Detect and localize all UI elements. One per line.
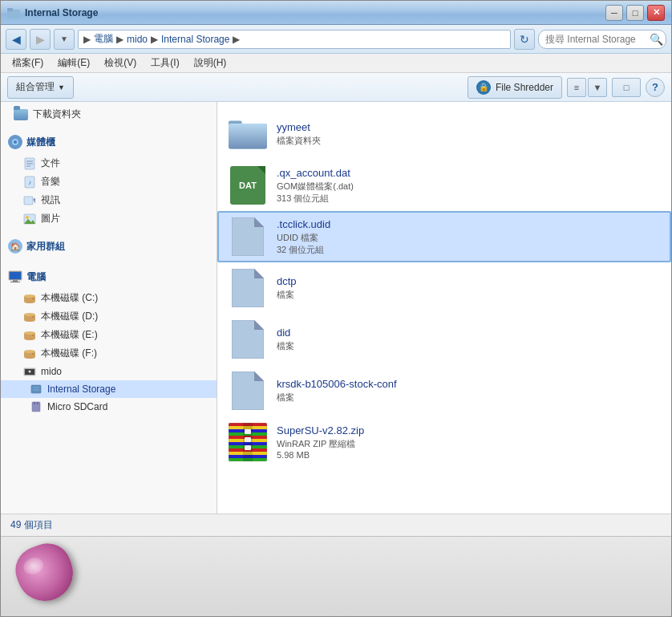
tcclick-icon xyxy=(229,217,267,256)
maximize-button[interactable]: □ xyxy=(626,5,644,21)
sidebar-item-documents[interactable]: 文件 xyxy=(1,154,217,173)
organize-label: 組合管理 xyxy=(16,80,55,94)
homegroup-icon: 🏠 xyxy=(7,238,23,254)
toolbar: 組合管理 ▼ 🔒 File Shredder ≡ ▼ □ ? xyxy=(1,73,671,102)
dctp-icon xyxy=(229,269,267,307)
mouse-highlight xyxy=(22,554,46,576)
svg-rect-19 xyxy=(10,272,21,279)
svg-point-29 xyxy=(32,316,34,318)
file-item-did[interactable]: did 檔案 xyxy=(217,314,671,365)
status-bar: 49 個項目 xyxy=(1,513,671,536)
help-button[interactable]: ? xyxy=(646,78,665,97)
sidebar-computer-header[interactable]: 電腦 xyxy=(1,265,217,289)
svg-marker-12 xyxy=(33,198,35,203)
menu-help[interactable]: 說明(H) xyxy=(188,55,233,71)
file-item-tcclick[interactable]: .tcclick.udid UDID 檔案 32 個位元組 xyxy=(217,211,671,262)
file-item-qx-account[interactable]: DAT .qx_account.dat GOM媒體檔案(.dat) 313 個位… xyxy=(217,160,671,211)
search-input[interactable] xyxy=(538,30,666,49)
supersu-icon xyxy=(229,423,267,461)
drive-e-icon xyxy=(23,331,36,340)
sidebar-item-video[interactable]: 視訊 xyxy=(1,191,217,209)
krsdk-name: krsdk-b105006-stock-conf xyxy=(277,378,660,390)
file-item-yymeet[interactable]: yymeet 檔案資料夾 xyxy=(217,108,671,160)
file-item-supersu[interactable]: SuperSU-v2.82.zip WinRAR ZIP 壓縮檔 5.98 MB xyxy=(217,416,671,468)
path-mido[interactable]: mido xyxy=(127,34,148,45)
refresh-button[interactable]: ↻ xyxy=(514,29,535,50)
bottom-area xyxy=(1,536,671,616)
file-item-krsdk[interactable]: krsdk-b105006-stock-conf 檔案 xyxy=(217,365,671,416)
svg-rect-46 xyxy=(37,402,38,404)
menu-file[interactable]: 檔案(F) xyxy=(6,55,50,71)
path-arrow3: ▶ xyxy=(233,34,240,45)
title-bar: Internal Storage ─ □ ✕ xyxy=(1,1,671,25)
file-shredder-button[interactable]: 🔒 File Shredder xyxy=(468,76,562,99)
minimize-button[interactable]: ─ xyxy=(605,5,623,21)
tcclick-name: .tcclick.udid xyxy=(277,218,660,230)
file-shredder-label: File Shredder xyxy=(496,82,553,93)
sidebar-item-internal-storage[interactable]: Internal Storage xyxy=(1,380,217,398)
forward-button[interactable]: ▶ xyxy=(30,29,51,50)
menu-edit[interactable]: 編輯(E) xyxy=(51,55,96,71)
sidebar-item-micro-sdcard-label: Micro SDCard xyxy=(47,401,107,412)
title-bar-left: Internal Storage xyxy=(7,6,98,19)
sidebar-item-drive-d[interactable]: 本機磁碟 (D:) xyxy=(1,307,217,326)
sidebar-media-header[interactable]: 媒體櫃 xyxy=(1,130,217,154)
mouse-logo xyxy=(17,545,89,609)
music-icon: ♪ xyxy=(23,176,36,189)
svg-rect-65 xyxy=(245,437,251,442)
file-item-dctp[interactable]: dctp 檔案 xyxy=(217,262,671,314)
mouse-body-shape xyxy=(9,537,81,609)
svg-point-14 xyxy=(26,216,29,219)
sidebar-item-drive-c[interactable]: 本機磁碟 (C:) xyxy=(1,289,217,307)
path-computer[interactable]: 電腦 xyxy=(94,32,113,46)
sidebar-item-drive-e[interactable]: 本機磁碟 (E:) xyxy=(1,326,217,344)
sidebar-section-quick: 下載資料夾 xyxy=(1,102,217,127)
file-list-wrapper: yymeet 檔案資料夾 DAT .qx_account.dat GOM媒體檔案… xyxy=(217,102,671,513)
did-svg xyxy=(232,320,264,359)
sidebar-item-music[interactable]: ♪ 音樂 xyxy=(1,173,217,191)
krsdk-info: krsdk-b105006-stock-conf 檔案 xyxy=(277,378,660,404)
close-button[interactable]: ✕ xyxy=(647,5,665,21)
tcclick-size: 32 個位元組 xyxy=(277,244,660,256)
sidebar-item-drive-e-label: 本機磁碟 (E:) xyxy=(41,328,98,342)
back-button[interactable]: ◀ xyxy=(6,29,26,50)
tcclick-info: .tcclick.udid UDID 檔案 32 個位元組 xyxy=(277,218,660,256)
search-icon[interactable]: 🔍 xyxy=(650,33,663,46)
sidebar-homegroup-label: 家用群組 xyxy=(26,240,65,254)
drive-f-icon xyxy=(23,349,36,359)
dctp-svg xyxy=(232,269,264,307)
path-arrow2: ▶ xyxy=(151,34,158,45)
svg-rect-1 xyxy=(7,8,13,11)
sidebar-homegroup-header[interactable]: 🏠 家用群組 xyxy=(1,234,217,258)
main-window: Internal Storage ─ □ ✕ ◀ ▶ ▼ ▶ 電腦 ▶ mido… xyxy=(0,0,672,617)
details-pane-button[interactable]: □ xyxy=(612,78,641,97)
svg-marker-53 xyxy=(254,269,264,278)
sidebar-item-downloads-label: 下載資料夾 xyxy=(33,108,81,121)
menu-tools[interactable]: 工具(I) xyxy=(144,55,185,71)
svg-marker-57 xyxy=(254,371,264,381)
sidebar-section-homegroup: 🏠 家用群組 xyxy=(1,231,217,262)
sidebar-item-drive-f-label: 本機磁碟 (F:) xyxy=(41,347,97,360)
path-internal-storage[interactable]: Internal Storage xyxy=(161,34,229,45)
sidebar-item-micro-sdcard[interactable]: Micro SDCard xyxy=(1,398,217,416)
sidebar-item-pictures[interactable]: 圖片 xyxy=(1,209,217,228)
organize-button[interactable]: 組合管理 ▼ xyxy=(7,76,74,99)
svg-rect-41 xyxy=(31,385,41,393)
sidebar-item-downloads[interactable]: 下載資料夾 xyxy=(1,105,217,124)
view-list-button[interactable]: ≡ xyxy=(567,78,586,97)
address-path[interactable]: ▶ 電腦 ▶ mido ▶ Internal Storage ▶ xyxy=(78,30,511,49)
sidebar-item-mido[interactable]: mido xyxy=(1,363,217,380)
sidebar-item-drive-f[interactable]: 本機磁碟 (F:) xyxy=(1,344,217,363)
view-dropdown-button[interactable]: ▼ xyxy=(588,78,607,97)
sidebar-item-music-label: 音樂 xyxy=(41,175,60,189)
svg-point-4 xyxy=(14,140,17,144)
svg-point-37 xyxy=(32,353,34,355)
dropdown-button[interactable]: ▼ xyxy=(54,29,75,50)
svg-rect-11 xyxy=(24,197,33,205)
supersu-name: SuperSU-v2.82.zip xyxy=(277,424,660,436)
path-arrow: ▶ xyxy=(116,34,123,45)
internal-storage-icon xyxy=(30,383,43,396)
menu-view[interactable]: 檢視(V) xyxy=(98,55,143,71)
svg-point-40 xyxy=(29,371,31,373)
sidebar-item-pictures-label: 圖片 xyxy=(41,212,60,225)
